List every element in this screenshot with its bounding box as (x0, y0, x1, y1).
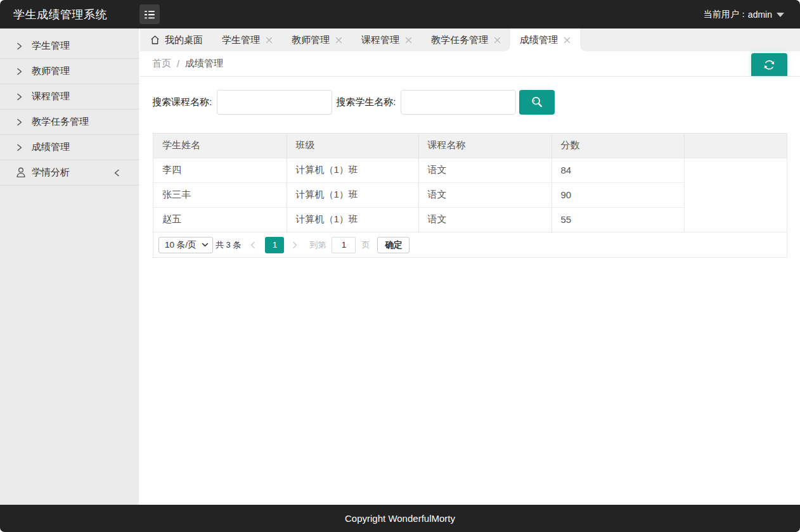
sidebar-item-3[interactable]: 课程管理 (0, 84, 139, 110)
tab-4[interactable]: 课程管理 (352, 28, 422, 51)
sidebar-item-4[interactable]: 教学任务管理 (0, 110, 139, 135)
sidebar-item-2[interactable]: 教师管理 (0, 59, 139, 84)
tab-6[interactable]: 成绩管理 (510, 28, 580, 51)
home-icon (150, 35, 160, 45)
sidebar-item-1[interactable]: 学生管理 (0, 34, 139, 59)
total-count-label: 共 3 条 (216, 239, 241, 251)
goto-page-input[interactable] (332, 237, 356, 253)
hamburger-icon (144, 10, 155, 20)
breadcrumb-bar: 首页 / 成绩管理 (140, 51, 800, 77)
tab-strip: 我的桌面 学生管理 教师管理 课程管理 教学任务管理 成绩管理 (140, 28, 800, 51)
person-icon (15, 167, 27, 179)
search-button[interactable] (519, 90, 555, 115)
tab-2[interactable]: 学生管理 (212, 28, 282, 51)
table-cell: 计算机（1）班 (287, 207, 418, 232)
table-cell: 李四 (153, 158, 287, 182)
app-title: 学生成绩管理系统 (13, 7, 107, 22)
tab-close-icon[interactable] (405, 37, 412, 44)
pagination-bar: 10 条/页 共 3 条 1 到第 (153, 232, 787, 257)
user-menu[interactable]: 当前用户：admin (704, 9, 784, 20)
sidebar-item-6[interactable]: 学情分析 (0, 160, 139, 186)
refresh-button[interactable] (751, 53, 787, 76)
course-search-label: 搜索课程名称: (152, 96, 212, 108)
student-search-label: 搜索学生名称: (336, 96, 396, 108)
top-header: 学生成绩管理系统 当前用户：admin (0, 0, 800, 28)
table-cell: 55 (552, 207, 684, 232)
table-cell: 语文 (418, 182, 552, 207)
table-cell-empty (684, 158, 787, 232)
breadcrumb-home[interactable]: 首页 (152, 58, 171, 70)
app-window: 学生成绩管理系统 当前用户：admin 学生管理 教师管 (0, 0, 800, 532)
footer: Copyright WonderfulMorty (0, 505, 800, 532)
page-word-label: 页 (361, 239, 370, 251)
column-header: 班级 (287, 134, 418, 158)
table-header-row: 学生姓名班级课程名称分数 (153, 134, 787, 158)
scores-table-card: 学生姓名班级课程名称分数 李四计算机（1）班语文84张三丰计算机（1）班语文90… (153, 133, 787, 258)
table-row-1: 李四计算机（1）班语文84 (153, 158, 787, 182)
table-cell: 语文 (418, 158, 552, 182)
body-row: 学生管理 教师管理 课程管理 教学任务管理 成绩管理 学情分析 我的桌面 学生管… (0, 28, 800, 505)
chevron-right-icon (15, 67, 27, 76)
table-cell: 84 (552, 158, 684, 182)
content-area: 搜索课程名称: 搜索学生名称: (140, 77, 800, 505)
search-row: 搜索课程名称: 搜索学生名称: (140, 77, 800, 115)
refresh-icon (762, 58, 777, 72)
column-header: 课程名称 (418, 134, 552, 158)
tab-close-icon[interactable] (564, 37, 571, 44)
prev-page-button[interactable] (248, 241, 257, 250)
user-name: admin (748, 10, 772, 20)
column-header: 学生姓名 (153, 134, 287, 158)
page-size-select[interactable]: 10 条/页 (158, 237, 213, 253)
page-number-button[interactable]: 1 (265, 237, 284, 253)
table-cell: 90 (552, 182, 684, 207)
main-column: 我的桌面 学生管理 教师管理 课程管理 教学任务管理 成绩管理 首页 / 成绩管… (140, 28, 800, 505)
breadcrumb-separator: / (177, 59, 179, 69)
chevron-right-icon (15, 92, 27, 101)
tab-close-icon[interactable] (335, 37, 342, 44)
sidebar-menu: 学生管理 教师管理 课程管理 教学任务管理 成绩管理 学情分析 (0, 34, 139, 186)
course-search-input[interactable] (217, 90, 332, 115)
next-page-button[interactable] (290, 241, 299, 250)
chevron-right-icon (15, 118, 27, 127)
column-header (684, 134, 787, 158)
copyright-text: Copyright WonderfulMorty (345, 513, 455, 524)
sidebar: 学生管理 教师管理 课程管理 教学任务管理 成绩管理 学情分析 (0, 28, 140, 505)
tab-5[interactable]: 教学任务管理 (422, 28, 510, 51)
page-size-select-wrap: 10 条/页 (158, 237, 213, 253)
table-cell: 计算机（1）班 (287, 182, 418, 207)
chevron-right-icon (15, 42, 27, 51)
tab-close-icon[interactable] (266, 37, 273, 44)
chevron-right-icon (15, 143, 27, 152)
table-cell: 赵五 (153, 207, 287, 232)
table-cell: 语文 (418, 207, 552, 232)
sidebar-item-5[interactable]: 成绩管理 (0, 135, 139, 160)
goto-page-label: 到第 (309, 239, 326, 251)
tab-close-icon[interactable] (494, 37, 501, 44)
goto-confirm-button[interactable]: 确定 (377, 237, 410, 253)
table-cell: 张三丰 (153, 182, 287, 207)
tab-1[interactable]: 我的桌面 (140, 28, 212, 51)
sidebar-toggle-button[interactable] (139, 4, 160, 24)
scores-table: 学生姓名班级课程名称分数 李四计算机（1）班语文84张三丰计算机（1）班语文90… (153, 134, 787, 232)
tab-3[interactable]: 教师管理 (282, 28, 352, 51)
chevron-left-icon (113, 168, 121, 177)
column-header: 分数 (552, 134, 684, 158)
breadcrumb-current: 成绩管理 (185, 58, 223, 70)
caret-down-icon (777, 13, 784, 17)
student-search-input[interactable] (401, 90, 516, 115)
user-label: 当前用户： (704, 9, 748, 20)
table-cell: 计算机（1）班 (287, 158, 418, 182)
search-icon (531, 96, 543, 108)
